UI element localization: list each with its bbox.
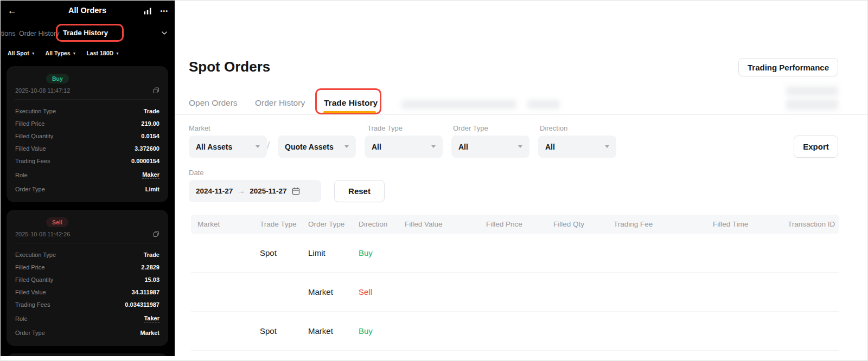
export-button[interactable]: Export [794, 136, 838, 158]
caret-down-icon [344, 145, 349, 148]
col-filled-value: Filled Value [398, 220, 480, 228]
divider [175, 114, 868, 115]
cell-order-type: Limit [302, 248, 352, 257]
col-filled-price: Filled Price [480, 220, 547, 228]
trade-history-table: Market Trade Type Order Type Direction F… [191, 215, 839, 351]
trade-card-sell: Sell 2025-10-08 11:42:26 Execution TypeT… [7, 210, 168, 346]
col-trade-type: Trade Type [253, 220, 302, 228]
base-asset-select[interactable]: All Assets [189, 136, 267, 158]
caret-down-icon [518, 145, 522, 148]
asset-pair-separator: / [267, 139, 270, 151]
caret-down-icon: ▼ [116, 51, 119, 55]
card-row: RoleMaker [15, 169, 159, 181]
order-type-select[interactable]: All [451, 136, 529, 158]
cell-trade-type: Spot [253, 326, 302, 336]
col-direction: Direction [352, 220, 398, 228]
card-row: Execution TypeTrade [15, 248, 159, 261]
card-row: Filled Quantity15.03 [15, 273, 159, 286]
stats-chart-icon[interactable] [143, 7, 152, 15]
col-market: Market [191, 220, 253, 228]
market-filter-label: Market [189, 124, 210, 132]
more-menu-icon[interactable]: ••• [160, 5, 168, 16]
chevron-down-icon[interactable] [161, 29, 168, 37]
cell-direction: Buy [352, 326, 398, 336]
trade-card-buy: Buy 2025-10-08 11:47:12 Execution TypeTr… [7, 66, 168, 202]
page-title: Spot Orders [189, 59, 270, 75]
mobile-tab-bar: tions Order History Trade History [0, 24, 175, 43]
order-type-filter-label: Order Type [453, 124, 488, 132]
cell-direction: Buy [352, 248, 398, 257]
card-row: Filled Price219.00 [15, 117, 159, 130]
active-tab-underline [323, 111, 376, 113]
col-filled-qty: Filled Qty [547, 220, 607, 228]
copy-icon[interactable] [153, 87, 159, 94]
tab-order-history-mobile[interactable]: Order History [19, 30, 59, 37]
tab-trade-history-mobile[interactable]: Trade History [63, 29, 108, 37]
trade-card-partial: Buy [7, 353, 168, 356]
card-row: Filled Value3.372600 [15, 142, 159, 154]
card-row: Execution TypeTrade [15, 105, 159, 117]
mobile-header: ← All Orders ••• [0, 0, 175, 22]
blurred-tab [401, 100, 516, 109]
blurred-tab [527, 100, 560, 109]
card-row: Filled Price2.2829 [15, 261, 159, 273]
tab-order-history[interactable]: Order History [255, 98, 305, 108]
trade-type-select[interactable]: All [365, 136, 443, 158]
col-transaction-id: Transaction ID [781, 220, 839, 228]
filter-all-types[interactable]: All Types▼ [46, 50, 76, 56]
quote-asset-select[interactable]: Quote Assets [278, 136, 356, 158]
arrow-right-icon: → [238, 187, 245, 195]
card-row: Order TypeMarket [15, 326, 159, 339]
card-row: Filled Quantity0.0154 [15, 130, 159, 142]
table-row: Spot Market Buy [191, 312, 839, 351]
card-row: Order TypeLimit [15, 183, 159, 195]
direction-select[interactable]: All [538, 136, 616, 158]
card-row: RoleTaker [15, 312, 159, 325]
trading-performance-button[interactable]: Trading Performance [738, 58, 838, 76]
table-row: Spot Limit Buy [191, 234, 839, 273]
caret-down-icon [256, 145, 260, 148]
blurred-account-info [786, 86, 838, 96]
tab-trade-history[interactable]: Trade History [324, 98, 378, 108]
filter-last-180d[interactable]: Last 180D▼ [86, 50, 119, 56]
cell-direction: Sell [352, 287, 398, 296]
filter-all-spot[interactable]: All Spot▼ [8, 50, 35, 56]
date-from: 2024-11-27 [196, 187, 233, 195]
copy-icon[interactable] [153, 231, 159, 237]
date-to: 2025-11-27 [250, 187, 286, 195]
mobile-filter-bar: All Spot▼ All Types▼ Last 180D▼ [0, 43, 175, 59]
card-row: Trading Fees0.034311987 [15, 298, 159, 311]
sell-badge: Sell [46, 217, 68, 227]
cell-order-type: Market [302, 287, 352, 296]
direction-filter-label: Direction [540, 124, 567, 132]
caret-down-icon: ▼ [31, 51, 35, 55]
col-filled-time: Filled Time [706, 220, 781, 228]
cell-trade-type: Spot [253, 248, 302, 257]
annotation-red-box-mobile: Trade History [56, 24, 124, 42]
blurred-account-info [786, 99, 838, 110]
trade-timestamp: 2025-10-08 11:47:12 [15, 87, 70, 94]
trade-timestamp: 2025-10-08 11:42:26 [15, 231, 70, 237]
caret-down-icon [605, 145, 609, 148]
date-filter-label: Date [189, 169, 203, 177]
tab-positions-cut[interactable]: tions [1, 30, 15, 37]
col-trading-fee: Trading Fee [607, 220, 706, 228]
mobile-orders-panel: ← All Orders ••• tions Order History Tra… [0, 0, 175, 356]
col-order-type: Order Type [302, 220, 352, 228]
calendar-icon [292, 187, 300, 195]
buy-badge: Buy [46, 74, 69, 83]
caret-down-icon: ▼ [73, 51, 76, 55]
table-row: Market Sell [191, 273, 839, 312]
card-row: Trading Fees0.0000154 [15, 154, 159, 167]
cell-order-type: Market [302, 326, 352, 336]
table-header: Market Trade Type Order Type Direction F… [191, 215, 839, 234]
date-range-picker[interactable]: 2024-11-27 → 2025-11-27 [189, 180, 321, 202]
trade-type-filter-label: Trade Type [367, 124, 403, 132]
reset-button[interactable]: Reset [334, 180, 385, 202]
spot-orders-page: Spot Orders Trading Performance Open Ord… [175, 0, 868, 361]
caret-down-icon [431, 145, 436, 148]
tab-open-orders[interactable]: Open Orders [189, 98, 238, 108]
card-row: Filled Value34.311987 [15, 286, 159, 298]
